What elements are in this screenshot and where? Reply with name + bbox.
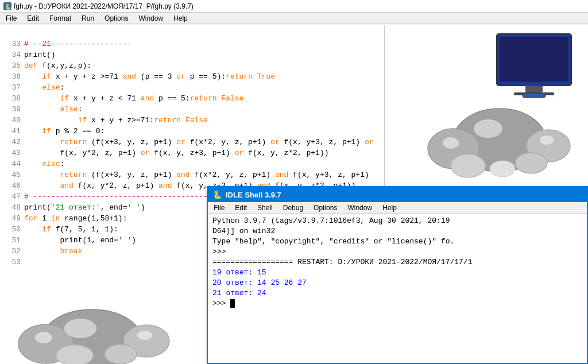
menu-window[interactable]: Window	[135, 14, 167, 23]
cartoon-rocks-bottom	[0, 295, 201, 364]
menu-edit[interactable]: Edit	[24, 14, 42, 23]
shell-output-3: 21 ответ: 24	[212, 288, 582, 299]
shell-startup-line2: D64)] on win32	[212, 226, 582, 237]
svg-point-13	[474, 119, 502, 138]
menu-help[interactable]: Help	[170, 14, 191, 23]
shell-icon: 🐍	[212, 190, 222, 199]
svg-rect-4	[525, 86, 543, 92]
shell-menu-window[interactable]: Window	[344, 203, 376, 212]
right-panel-image	[385, 25, 588, 186]
title-text: fgh.py - D:/УРОКИ 2021-2022/МОЯ/17/17_P/…	[14, 2, 194, 10]
shell-cursor	[230, 299, 235, 308]
shell-output-2: 20 ответ: 14 25 26 27	[212, 278, 582, 288]
shell-restart-line: ================== RESTART: D:/УРОКИ 202…	[212, 257, 582, 268]
shell-menu-bar: File Edit Shell Debug Options Window Hel…	[208, 202, 587, 214]
svg-point-19	[56, 345, 93, 364]
svg-rect-3	[500, 37, 568, 82]
editor-menu-bar: File Edit Format Run Options Window Help	[0, 13, 588, 24]
menu-file[interactable]: File	[2, 14, 20, 23]
svg-rect-6	[523, 93, 546, 98]
svg-point-20	[105, 344, 137, 364]
svg-point-14	[443, 137, 459, 149]
shell-menu-help[interactable]: Help	[379, 203, 400, 212]
shell-startup-line3: Type "help", "copyright", "credits" or "…	[212, 237, 582, 247]
menu-run[interactable]: Run	[78, 14, 98, 23]
shell-content[interactable]: Python 3.9.7 (tags/v3.9.7:1016ef3, Aug 3…	[208, 214, 587, 363]
shell-prompt-2[interactable]: >>>	[212, 299, 582, 309]
menu-options[interactable]: Options	[101, 14, 131, 23]
svg-point-21	[64, 319, 96, 338]
shell-menu-shell[interactable]: Shell	[254, 203, 276, 212]
shell-menu-options[interactable]: Options	[310, 203, 341, 212]
shell-output-1: 19 ответ: 15	[212, 268, 582, 278]
svg-point-10	[451, 154, 485, 177]
shell-menu-edit[interactable]: Edit	[231, 203, 250, 212]
menu-format[interactable]: Format	[46, 14, 75, 23]
shell-startup-line1: Python 3.9.7 (tags/v3.9.7:1016ef3, Aug 3…	[212, 216, 582, 226]
shell-window[interactable]: 🐍 IDLE Shell 3.9.7 File Edit Shell Debug…	[207, 186, 588, 364]
svg-point-12	[490, 161, 515, 177]
cartoon-rocks-top	[385, 25, 588, 186]
python-icon: 🐍	[3, 2, 11, 10]
shell-menu-file[interactable]: File	[210, 203, 228, 212]
bottom-cartoon-image	[0, 295, 201, 364]
svg-point-15	[540, 135, 554, 145]
shell-prompt-1: >>>	[212, 247, 582, 257]
title-bar: 🐍 fgh.py - D:/УРОКИ 2021-2022/МОЯ/17/17_…	[0, 0, 588, 13]
svg-point-11	[515, 153, 547, 173]
shell-menu-debug[interactable]: Debug	[280, 203, 307, 212]
svg-text:🐍: 🐍	[5, 3, 11, 10]
shell-title-bar: 🐍 IDLE Shell 3.9.7	[208, 187, 587, 202]
shell-title-text: IDLE Shell 3.9.7	[226, 191, 281, 199]
svg-point-23	[137, 331, 152, 340]
svg-point-22	[35, 332, 52, 343]
